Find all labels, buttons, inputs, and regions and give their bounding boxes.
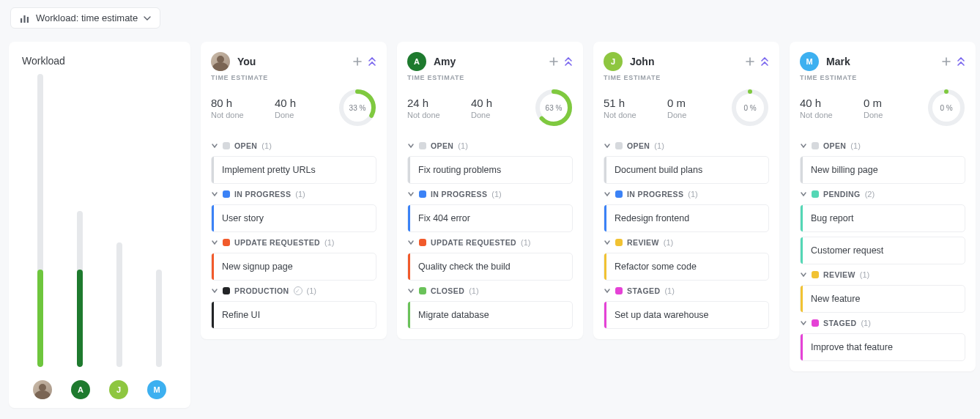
status-color-icon [223,142,230,149]
avatar[interactable] [211,52,230,71]
status-group-header[interactable]: OPEN (1) [211,140,376,152]
status-group-header[interactable]: IN PROGRESS (1) [211,188,376,200]
chevron-down-icon[interactable] [211,239,218,246]
not-done-value: 80 h [211,97,267,109]
task-card[interactable]: Refine UI [211,301,376,329]
task-card[interactable]: Fix routing problems [407,156,573,184]
avatar[interactable]: A [71,380,90,399]
status-group-header[interactable]: STAGED (1) [800,317,965,329]
chevron-down-icon[interactable] [211,142,218,149]
add-task-icon[interactable] [353,57,362,66]
person-header: You [211,52,376,71]
status-count: (1) [860,270,869,279]
person-name: John [630,56,738,67]
workload-bar[interactable] [70,211,90,367]
task-card[interactable]: New billing page [800,156,965,184]
status-count: (1) [654,141,664,150]
not-done-label: Not done [800,111,856,119]
task-card[interactable]: Quality check the build [407,253,573,281]
workload-bar[interactable] [149,270,169,367]
status-group-header[interactable]: REVIEW (1) [604,237,769,248]
status-group-header[interactable]: REVIEW (1) [800,269,965,281]
chevron-down-icon[interactable] [800,271,807,278]
metric-done: 40 h Done [275,97,331,119]
collapse-icon[interactable] [957,57,965,66]
not-done-value: 51 h [604,97,660,109]
status-group-header[interactable]: IN PROGRESS (1) [604,188,769,200]
person-name: You [237,56,346,67]
collapse-icon[interactable] [368,57,376,66]
svg-rect-1 [23,15,25,23]
chevron-down-icon[interactable] [407,287,415,294]
person-column: JJohn TIME ESTIMATE 51 h Not done 0 m Do… [593,42,779,339]
status-group-header[interactable]: PRODUCTION ✓ (1) [211,285,376,297]
status-group-header[interactable]: PENDING (2) [800,188,965,200]
status-count: (1) [688,190,697,199]
task-card[interactable]: Improve that feature [800,333,965,361]
chevron-down-icon[interactable] [211,190,218,198]
bar-chart-icon [20,13,30,23]
avatar[interactable]: J [109,380,128,399]
progress-percent: 63 % [535,89,573,127]
avatar[interactable]: J [604,52,623,71]
collapse-icon[interactable] [564,57,573,66]
avatar[interactable] [33,380,52,399]
task-card[interactable]: New signup page [211,253,376,281]
status-group-header[interactable]: CLOSED (1) [407,285,573,297]
time-estimate-label: TIME ESTIMATE [604,74,769,81]
task-card[interactable]: Migrate database [407,301,573,329]
status-group-header[interactable]: UPDATE REQUESTED (1) [407,237,573,248]
add-task-icon[interactable] [746,57,754,66]
chevron-down-icon[interactable] [604,239,611,246]
status-color-icon [812,190,819,198]
chevron-down-icon[interactable] [604,142,611,149]
chevron-down-icon[interactable] [407,239,415,246]
status-label: REVIEW [627,238,659,247]
status-label: OPEN [627,141,650,150]
status-group-header[interactable]: OPEN (1) [407,140,573,152]
task-card[interactable]: Bug report [800,204,965,232]
chevron-down-icon[interactable] [800,319,807,327]
status-count: (1) [850,141,860,150]
chevron-down-icon[interactable] [800,190,807,198]
status-label: IN PROGRESS [627,190,683,199]
status-group-header[interactable]: OPEN (1) [604,140,769,152]
task-card[interactable]: Redesign frontend [604,204,769,232]
svg-rect-2 [27,17,29,23]
workload-view-dropdown[interactable]: Workload: time estimate [10,7,160,29]
status-count: (1) [261,141,271,150]
add-task-icon[interactable] [549,57,558,66]
status-label: OPEN [823,141,846,150]
task-card[interactable]: Customer request [800,237,965,264]
workload-avatars: AJM [22,373,177,399]
done-label: Done [275,111,331,119]
avatar[interactable]: M [147,380,166,399]
task-card[interactable]: Set up data warehouse [604,301,769,329]
workload-bar[interactable] [109,242,130,367]
status-group-header[interactable]: UPDATE REQUESTED (1) [211,237,376,248]
task-card[interactable]: Implement pretty URLs [211,156,376,184]
person-header: JJohn [604,52,769,71]
task-card[interactable]: Refactor some code [604,253,769,281]
chevron-down-icon[interactable] [407,142,415,149]
chevron-down-icon[interactable] [604,287,611,294]
collapse-icon[interactable] [760,57,769,66]
workload-bar[interactable] [30,74,51,367]
chevron-down-icon[interactable] [211,287,218,294]
chevron-down-icon[interactable] [407,190,415,198]
add-task-icon[interactable] [942,57,951,66]
task-card[interactable]: New feature [800,285,965,313]
chevron-down-icon[interactable] [604,190,611,198]
avatar[interactable]: A [407,52,426,71]
status-count: (1) [861,319,870,327]
person-header: MMark [800,52,965,71]
avatar[interactable]: M [800,52,819,71]
status-group-header[interactable]: STAGED (1) [604,285,769,297]
task-card[interactable]: User story [211,204,376,232]
task-card[interactable]: Document build plans [604,156,769,184]
task-card[interactable]: Fix 404 error [407,204,573,232]
chevron-down-icon[interactable] [800,142,807,149]
metric-done: 0 m Done [667,97,724,119]
status-group-header[interactable]: OPEN (1) [800,140,965,152]
status-group-header[interactable]: IN PROGRESS (1) [407,188,573,200]
